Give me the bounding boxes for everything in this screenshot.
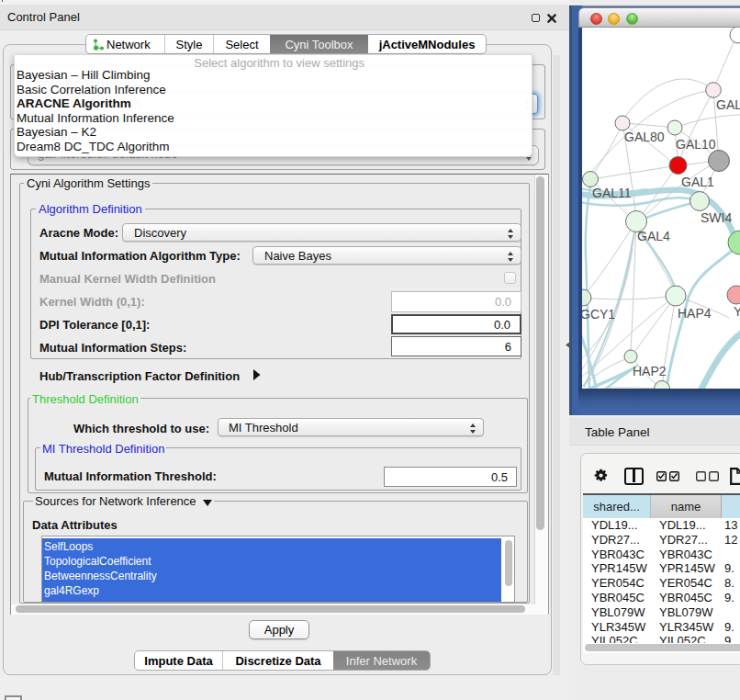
svg-text:HAP2: HAP2	[633, 364, 667, 378]
svg-text:HAP4: HAP4	[678, 306, 712, 321]
svg-text:GAL10: GAL10	[676, 137, 716, 152]
svg-text:GAL1: GAL1	[681, 175, 714, 189]
svg-text:GAL4: GAL4	[637, 229, 670, 243]
svg-text:Y: Y	[734, 304, 740, 319]
svg-text:GAL80: GAL80	[624, 130, 665, 144]
svg-text:GAL7: GAL7	[716, 97, 740, 112]
svg-text:SWI4: SWI4	[701, 210, 732, 225]
svg-text:GAL11: GAL11	[592, 186, 632, 200]
svg-text:GCY1: GCY1	[582, 307, 615, 322]
